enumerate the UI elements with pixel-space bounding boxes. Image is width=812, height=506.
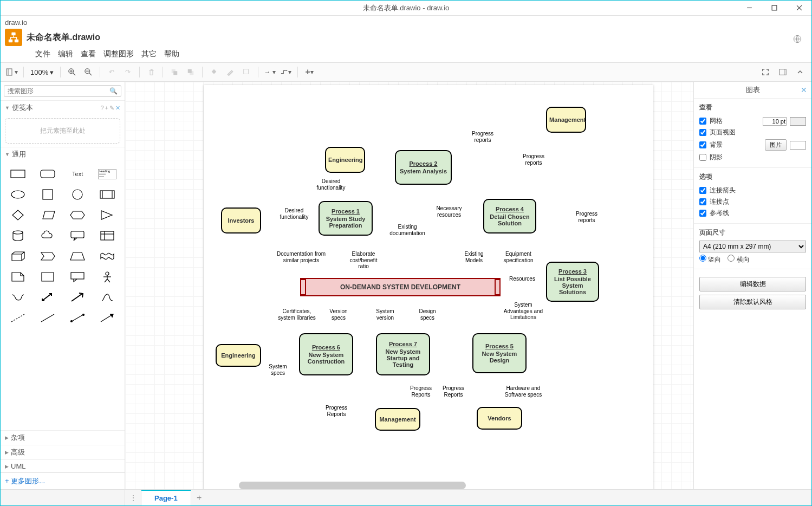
menu-file[interactable]: 文件	[35, 49, 50, 59]
search-shapes-input[interactable]: 🔍	[4, 85, 121, 97]
node-engineering2[interactable]: Engineering	[216, 344, 261, 367]
shape-tape[interactable]	[94, 247, 121, 265]
edit-data-button[interactable]: 编辑数据	[699, 277, 806, 291]
node-engineering[interactable]: Engineering	[325, 147, 365, 173]
add-icon[interactable]: +	[105, 105, 108, 112]
node-process7[interactable]: Process 7New System Startup and Testing	[376, 333, 430, 375]
shape-biarrow[interactable]	[34, 288, 61, 307]
shape-curve[interactable]	[4, 288, 31, 307]
fullscreen-icon[interactable]	[758, 65, 772, 79]
shape-square[interactable]	[34, 185, 61, 204]
waypoint-icon[interactable]: ▾	[279, 65, 293, 79]
grid-color-swatch[interactable]	[790, 117, 806, 126]
shape-process[interactable]	[94, 185, 121, 204]
zoom-out-icon[interactable]	[81, 65, 95, 79]
node-investors[interactable]: Investors	[221, 207, 261, 233]
close-icon[interactable]: ✕	[115, 105, 120, 112]
arrows-checkbox[interactable]	[699, 187, 706, 194]
menu-extras[interactable]: 其它	[141, 49, 157, 59]
help-icon[interactable]: ?	[100, 105, 103, 112]
clear-default-button[interactable]: 清除默认风格	[699, 295, 806, 309]
view-dropdown-button[interactable]: ▾	[5, 65, 19, 79]
zoom-in-icon[interactable]	[65, 65, 79, 79]
globe-icon[interactable]	[793, 35, 802, 45]
general-section[interactable]: ▼通用	[1, 147, 125, 161]
shape-dashed[interactable]	[4, 309, 31, 327]
grid-size-input[interactable]	[763, 117, 787, 126]
pages-menu-button[interactable]: ⋮	[125, 490, 141, 505]
window-maximize-button[interactable]	[762, 1, 787, 16]
shape-parallelogram[interactable]	[34, 206, 61, 224]
connection-icon[interactable]: → ▾	[263, 65, 277, 79]
shape-biline[interactable]	[64, 309, 92, 327]
shape-trapezoid[interactable]	[64, 247, 92, 265]
redo-icon[interactable]: ↷	[121, 65, 135, 79]
shape-cylinder[interactable]	[4, 226, 31, 245]
shadow-checkbox[interactable]	[699, 154, 706, 161]
shape-link[interactable]	[94, 288, 121, 307]
image-button[interactable]: 图片	[765, 139, 787, 151]
diagram-page[interactable]: Engineering Investors Management Enginee…	[204, 85, 653, 489]
shape-hexagon[interactable]	[64, 206, 92, 224]
window-close-button[interactable]	[787, 1, 811, 16]
shape-heading[interactable]: Heading━━━━━━━	[94, 165, 121, 183]
misc-section[interactable]: ▶杂项	[1, 430, 125, 445]
shape-card[interactable]	[34, 268, 61, 286]
bg-color-swatch[interactable]	[790, 141, 806, 150]
to-back-icon[interactable]	[184, 65, 198, 79]
node-management-bot[interactable]: Management	[375, 408, 420, 431]
landscape-radio[interactable]	[727, 255, 735, 262]
menu-arrange[interactable]: 调整图形	[103, 49, 134, 59]
shape-actor[interactable]	[94, 268, 121, 286]
to-front-icon[interactable]	[167, 65, 181, 79]
page-tab-1[interactable]: Page-1	[141, 490, 191, 505]
shape-diamond[interactable]	[4, 206, 31, 224]
node-process3[interactable]: Process 3List Possible System Solutions	[546, 262, 599, 302]
shadow-icon[interactable]	[239, 65, 254, 79]
canvas[interactable]: Engineering Investors Management Enginee…	[125, 82, 693, 489]
paper-size-select[interactable]: A4 (210 mm x 297 mm)	[699, 241, 806, 252]
node-process5[interactable]: Process 5New System Design	[472, 333, 527, 373]
node-process6[interactable]: Process 6New System Construction	[299, 333, 353, 375]
points-checkbox[interactable]	[699, 198, 706, 205]
node-vendors[interactable]: Vendors	[477, 407, 522, 430]
add-page-button[interactable]: +	[191, 490, 207, 505]
fill-color-icon[interactable]	[207, 65, 221, 79]
zoom-level[interactable]: 100% ▾	[28, 68, 56, 76]
shape-ellipse[interactable]	[4, 185, 31, 204]
edit-icon[interactable]: ✎	[109, 105, 114, 112]
shape-rounded[interactable]	[34, 165, 61, 183]
shape-line[interactable]	[34, 309, 61, 327]
format-panel-icon[interactable]	[776, 65, 790, 79]
background-checkbox[interactable]	[699, 141, 706, 148]
more-shapes-button[interactable]: + 更多图形...	[1, 472, 125, 489]
canvas-horizontal-scrollbar[interactable]	[239, 482, 466, 489]
shape-arrow[interactable]	[64, 288, 92, 307]
scratchpad-section[interactable]: ▼便笺本?+✎✕	[1, 100, 125, 115]
node-process4[interactable]: Process 4Detail Chosen Solution	[483, 199, 536, 233]
shape-cloud[interactable]	[34, 226, 61, 245]
menu-edit[interactable]: 编辑	[58, 49, 73, 59]
shape-circle[interactable]	[64, 185, 92, 204]
menu-view[interactable]: 查看	[81, 49, 96, 59]
node-center[interactable]: ON-DEMAND SYSTEM DEVELOPMENT	[300, 278, 501, 296]
menu-help[interactable]: 帮助	[164, 49, 179, 59]
shape-callout2[interactable]	[64, 268, 92, 286]
grid-checkbox[interactable]	[699, 118, 706, 125]
node-management-top[interactable]: Management	[546, 107, 586, 133]
shape-text[interactable]: Text	[64, 165, 92, 183]
shape-step[interactable]	[34, 247, 61, 265]
shape-cube[interactable]	[4, 247, 31, 265]
shape-callout[interactable]	[64, 226, 92, 245]
shape-rect[interactable]	[4, 165, 31, 183]
shape-dirline[interactable]	[94, 309, 121, 327]
pageview-checkbox[interactable]	[699, 129, 706, 136]
collapse-icon[interactable]	[793, 65, 807, 79]
delete-icon[interactable]	[144, 65, 158, 79]
scratchpad-dropzone[interactable]: 把元素拖至此处	[5, 118, 120, 144]
filename-label[interactable]: 未命名表单.drawio	[27, 32, 100, 43]
window-minimize-button[interactable]	[737, 1, 762, 16]
shape-internal[interactable]	[94, 226, 121, 245]
uml-section[interactable]: ▶UML	[1, 459, 125, 472]
shape-triangle[interactable]	[94, 206, 121, 224]
